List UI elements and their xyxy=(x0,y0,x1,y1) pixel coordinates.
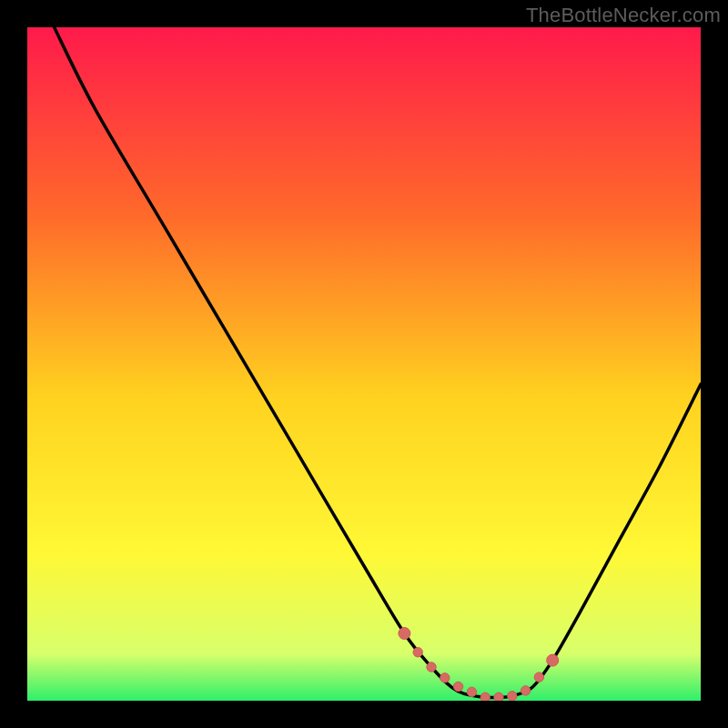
gradient-background xyxy=(27,27,701,701)
marker-dot xyxy=(467,687,476,696)
marker-dot xyxy=(440,673,450,682)
watermark-text: TheBottleNecker.com xyxy=(526,4,721,27)
marker-dot xyxy=(547,654,559,666)
marker-dot xyxy=(480,693,490,701)
marker-dot xyxy=(508,692,517,701)
marker-dot xyxy=(413,648,422,657)
chart-frame: TheBottleNecker.com xyxy=(0,0,728,728)
marker-dot xyxy=(494,693,503,701)
marker-dot xyxy=(399,628,410,640)
bottleneck-chart xyxy=(27,27,701,701)
marker-dot xyxy=(427,662,436,672)
marker-dot xyxy=(534,672,543,682)
marker-dot xyxy=(521,686,530,695)
marker-dot xyxy=(453,682,462,691)
